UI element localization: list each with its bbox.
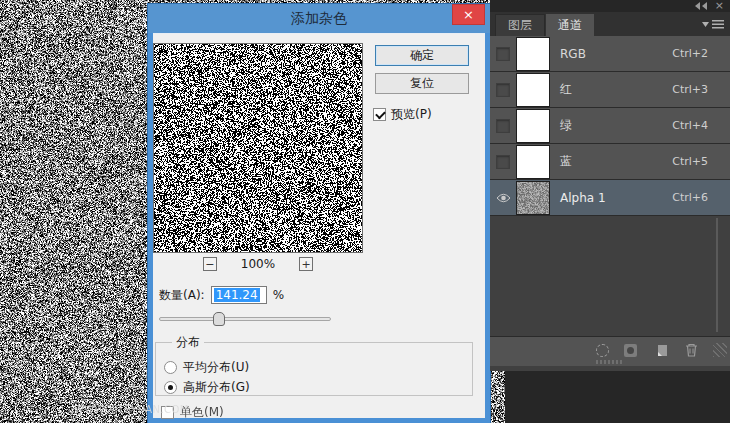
delete-channel-icon[interactable] <box>682 342 700 358</box>
channel-row-red[interactable]: 红 Ctrl+3 <box>490 72 730 108</box>
add-noise-dialog: 添加杂色 × − 100% + 数量(A): 141.24 % <box>148 4 490 423</box>
channel-thumbnail <box>516 181 550 215</box>
tab-channels[interactable]: 通道 <box>546 14 594 36</box>
gaussian-distribution-radio[interactable]: 高斯分布(G) <box>164 377 464 397</box>
load-channel-as-selection-icon[interactable] <box>593 342 611 358</box>
panel-scrollbar[interactable] <box>716 218 718 332</box>
visibility-empty-well <box>496 119 510 133</box>
preview-checkbox[interactable] <box>373 108 386 121</box>
site-watermark: WWW.XITEYUAN.COM <box>74 404 189 415</box>
channel-name: Alpha 1 <box>560 191 672 205</box>
panel-menu-icon[interactable] <box>702 20 724 29</box>
slider-thumb[interactable] <box>213 312 225 326</box>
amount-unit: % <box>273 288 284 302</box>
preview-label: 预览(P) <box>391 106 432 123</box>
radio-unchecked-icon <box>164 361 177 374</box>
gaussian-distribution-label: 高斯分布(G) <box>183 379 250 396</box>
channel-shortcut: Ctrl+4 <box>672 119 708 132</box>
uniform-distribution-radio[interactable]: 平均分布(U) <box>164 357 464 377</box>
channel-thumbnail <box>516 145 550 179</box>
distribution-group: 分布 平均分布(U) 高斯分布(G) <box>155 334 473 396</box>
eye-icon <box>496 193 511 203</box>
channel-thumbnail <box>516 37 550 71</box>
visibility-empty-well <box>496 155 510 169</box>
channel-name: 绿 <box>560 117 672 134</box>
zoom-out-button[interactable]: − <box>203 257 217 271</box>
panel-drag-dots[interactable] <box>596 360 624 364</box>
dialog-title: 添加杂色 <box>291 10 347 28</box>
zoom-in-button[interactable]: + <box>299 257 313 271</box>
noise-preview-box <box>153 43 363 253</box>
amount-slider[interactable] <box>159 312 331 326</box>
channel-shortcut: Ctrl+2 <box>672 47 708 60</box>
close-button[interactable]: × <box>452 4 485 25</box>
panel-resize-grip[interactable] <box>713 343 727 357</box>
channel-row-blue[interactable]: 蓝 Ctrl+5 <box>490 144 730 180</box>
dashed-circle-shape <box>596 344 609 357</box>
close-panel-icon[interactable]: × <box>715 1 724 11</box>
workspace-background <box>505 371 730 423</box>
channel-shortcut: Ctrl+3 <box>672 83 708 96</box>
alpha-noise-thumbnail <box>517 182 549 214</box>
channel-name: RGB <box>560 47 672 61</box>
preview-zoom-controls: − 100% + <box>153 256 363 272</box>
channel-thumbnail <box>516 73 550 107</box>
channels-panel: × 图层 通道 RGB Ctrl+2 <box>490 0 730 371</box>
amount-value: 141.24 <box>214 288 260 302</box>
radio-checked-icon <box>164 381 177 394</box>
square-circle-shape <box>624 344 637 357</box>
panel-tab-bar: 图层 通道 <box>490 12 730 36</box>
save-selection-as-channel-icon[interactable] <box>621 342 639 358</box>
channel-list-empty-area <box>490 216 730 336</box>
close-icon: × <box>463 7 474 22</box>
visibility-empty-well <box>496 47 510 61</box>
channel-name: 红 <box>560 81 672 98</box>
noise-preview-image <box>154 44 362 252</box>
create-new-channel-icon[interactable] <box>652 342 670 358</box>
preview-checkbox-row: 预览(P) <box>373 106 432 123</box>
visibility-cell[interactable] <box>490 83 516 97</box>
uniform-distribution-label: 平均分布(U) <box>183 359 249 376</box>
dialog-titlebar[interactable]: 添加杂色 × <box>148 4 490 33</box>
panel-top-strip: × <box>490 0 730 12</box>
ok-button[interactable]: 确定 <box>375 45 469 66</box>
channel-row-alpha1[interactable]: Alpha 1 Ctrl+6 <box>490 180 730 216</box>
slider-track[interactable] <box>159 317 331 321</box>
zoom-level: 100% <box>241 257 275 271</box>
tab-layers[interactable]: 图层 <box>495 14 545 36</box>
visibility-cell[interactable] <box>490 47 516 61</box>
channel-list: RGB Ctrl+2 红 Ctrl+3 绿 Ctrl+4 蓝 Ctrl+5 <box>490 36 730 216</box>
channel-shortcut: Ctrl+5 <box>672 155 708 168</box>
visibility-cell[interactable] <box>490 193 516 203</box>
amount-input[interactable]: 141.24 <box>211 286 267 304</box>
visibility-cell[interactable] <box>490 155 516 169</box>
channel-row-rgb[interactable]: RGB Ctrl+2 <box>490 36 730 72</box>
channel-shortcut: Ctrl+6 <box>672 191 708 204</box>
distribution-legend: 分布 <box>172 334 204 351</box>
channel-row-green[interactable]: 绿 Ctrl+4 <box>490 108 730 144</box>
tab-channels-label: 通道 <box>558 17 582 34</box>
reset-button[interactable]: 复位 <box>375 73 469 94</box>
tab-layers-label: 图层 <box>508 17 532 34</box>
panel-footer <box>490 336 730 366</box>
screen: 添加杂色 × − 100% + 数量(A): 141.24 % <box>0 0 730 423</box>
amount-label: 数量(A): <box>159 287 205 304</box>
visibility-cell[interactable] <box>490 119 516 133</box>
dialog-body: − 100% + 数量(A): 141.24 % 分布 平均分布(U) <box>153 33 485 418</box>
visibility-empty-well <box>496 83 510 97</box>
amount-row: 数量(A): 141.24 % <box>159 286 284 304</box>
channel-thumbnail <box>516 109 550 143</box>
channel-name: 蓝 <box>560 153 672 170</box>
